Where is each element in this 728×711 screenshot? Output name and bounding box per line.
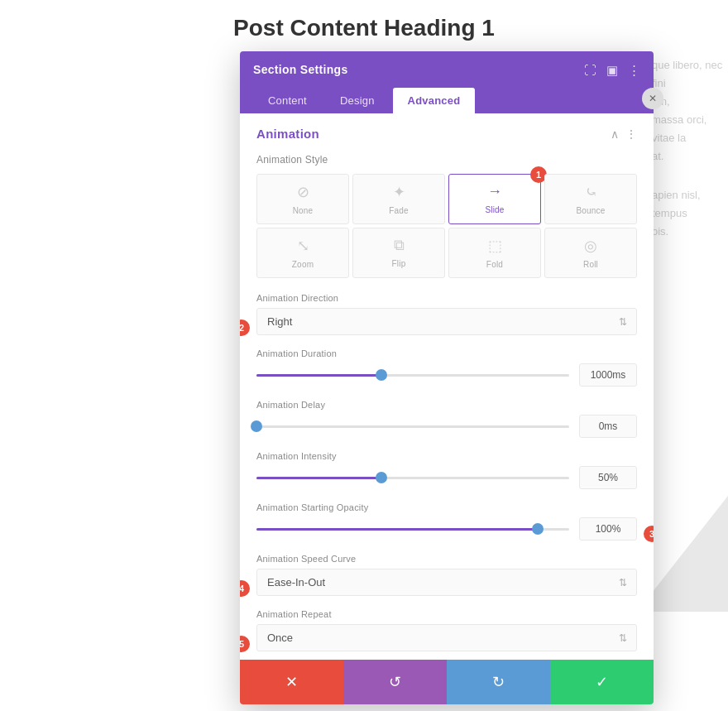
modal-header: Section Settings ⛶ ▣ ⋮ [240, 51, 654, 88]
bg-text-line: massa orci, vitae la [652, 111, 728, 147]
animation-section-title: Animation [256, 127, 319, 141]
animation-style-row: Animation Style ⊘ None ✦ Fade 1 → Slide … [256, 154, 637, 278]
modal-close-button[interactable]: ✕ [642, 88, 663, 109]
opacity-slider-wrap [256, 528, 569, 531]
delay-slider-thumb[interactable] [251, 420, 262, 432]
bounce-icon: ⤿ [585, 183, 597, 201]
anim-style-roll-label: Roll [583, 260, 598, 269]
opacity-slider-track[interactable] [256, 528, 569, 531]
modal-tabs: Content Design Advanced [240, 88, 654, 113]
section-more-button[interactable]: ⋮ [625, 127, 637, 141]
direction-badge: 2 [240, 319, 250, 336]
fullscreen-icon[interactable]: ⛶ [584, 64, 596, 76]
anim-style-bounce-label: Bounce [576, 206, 605, 215]
animation-speed-curve-label: Animation Speed Curve [256, 554, 637, 564]
modal-body: Animation ∧ ⋮ Animation Style ⊘ None ✦ F… [240, 113, 654, 660]
animation-opacity-label: Animation Starting Opacity [256, 502, 637, 512]
bg-text-mid: apien nisl, tempus ois. [645, 186, 728, 241]
bg-text-line: que libero, nec fini [652, 56, 728, 93]
tab-advanced[interactable]: Advanced [393, 88, 476, 113]
intensity-slider-track[interactable] [256, 477, 569, 479]
section-collapse-button[interactable]: ∧ [611, 127, 619, 141]
duration-slider-row: 1000ms [256, 363, 637, 387]
speed-curve-badge: 4 [240, 580, 250, 597]
anim-style-flip[interactable]: ⧉ Flip [352, 228, 445, 278]
fold-icon: ⬚ [488, 237, 502, 255]
repeat-select-wrap: Once Loop Infinity ⇅ [256, 624, 637, 651]
tab-content[interactable]: Content [253, 88, 322, 113]
opacity-slider-thumb[interactable] [532, 523, 544, 535]
anim-style-slide[interactable]: 1 → Slide [448, 174, 541, 224]
section-header-actions: ∧ ⋮ [611, 127, 637, 141]
anim-style-bounce[interactable]: ⤿ Bounce [544, 174, 637, 224]
speed-curve-select-wrap: Linear Ease Ease-In Ease-Out Ease-In-Out… [256, 569, 637, 596]
delay-value[interactable]: 0ms [579, 415, 637, 438]
animation-repeat-label: Animation Repeat [256, 609, 637, 619]
split-view-icon[interactable]: ▣ [606, 64, 618, 76]
none-icon: ⊘ [297, 183, 309, 201]
delay-slider-row: 0ms [256, 415, 637, 438]
bg-text-line: apien nisl, tempus [652, 186, 728, 223]
cancel-icon: ✕ [285, 673, 298, 691]
anim-style-zoom[interactable]: ⤡ Zoom [256, 228, 349, 278]
anim-style-fold[interactable]: ⬚ Fold [448, 228, 541, 278]
animation-intensity-row: Animation Intensity 50% [256, 451, 637, 489]
bg-text-line: ois. [652, 223, 728, 241]
animation-section-header: Animation ∧ ⋮ [256, 127, 637, 141]
anim-style-none[interactable]: ⊘ None [256, 174, 349, 224]
intensity-slider-fill [256, 477, 381, 479]
animation-style-grid: ⊘ None ✦ Fade 1 → Slide ⤿ Bounce ⤡ [256, 174, 637, 278]
bg-text-line: am, [652, 93, 728, 111]
animation-direction-label: Animation Direction [256, 293, 637, 303]
anim-style-fade-label: Fade [389, 206, 409, 215]
repeat-badge: 5 [240, 636, 250, 652]
section-settings-modal: Section Settings ⛶ ▣ ⋮ Content Design Ad… [240, 51, 654, 704]
modal-title: Section Settings [253, 63, 347, 76]
anim-style-zoom-label: Zoom [292, 260, 314, 269]
anim-style-roll[interactable]: ◎ Roll [544, 228, 637, 278]
duration-value[interactable]: 1000ms [579, 363, 637, 387]
page-title: Post Content Heading 1 [233, 15, 495, 41]
anim-style-fade[interactable]: ✦ Fade [352, 174, 445, 224]
modal-header-icons: ⛶ ▣ ⋮ [584, 64, 640, 76]
animation-direction-row: 2 Animation Direction Top Bottom Left Ri… [256, 293, 637, 335]
bg-text-line: at. [652, 147, 728, 166]
animation-repeat-select[interactable]: Once Loop Infinity [256, 624, 637, 651]
intensity-slider-thumb[interactable] [376, 472, 387, 483]
slide-icon: → [487, 183, 502, 200]
animation-opacity-row: Animation Starting Opacity 100% 3 [256, 502, 637, 540]
animation-style-label: Animation Style [256, 154, 637, 166]
intensity-value[interactable]: 50% [579, 466, 637, 489]
redo-button[interactable]: ↻ [447, 660, 550, 704]
more-options-icon[interactable]: ⋮ [628, 64, 640, 76]
intensity-slider-wrap [256, 477, 569, 479]
cancel-button[interactable]: ✕ [240, 660, 343, 704]
delay-slider-track[interactable] [256, 425, 569, 428]
anim-style-slide-label: Slide [485, 205, 504, 214]
anim-style-fold-label: Fold [486, 260, 503, 269]
anim-style-none-label: None [293, 206, 314, 215]
undo-button[interactable]: ↺ [343, 660, 447, 704]
zoom-icon: ⤡ [297, 237, 309, 255]
animation-duration-row: Animation Duration 1000ms [256, 348, 637, 387]
save-button[interactable]: ✓ [550, 660, 654, 704]
animation-speed-curve-row: 4 Animation Speed Curve Linear Ease Ease… [256, 554, 637, 596]
tab-design[interactable]: Design [325, 88, 390, 113]
duration-slider-thumb[interactable] [376, 369, 387, 381]
opacity-badge: 3 [644, 526, 654, 542]
fade-icon: ✦ [393, 183, 405, 201]
opacity-slider-row: 100% [256, 517, 637, 540]
roll-icon: ◎ [584, 237, 597, 255]
animation-repeat-row: 5 Animation Repeat Once Loop Infinity ⇅ [256, 609, 637, 651]
opacity-slider-fill [256, 528, 538, 531]
modal-footer: ✕ ↺ ↻ ✓ [240, 660, 654, 704]
intensity-slider-row: 50% [256, 466, 637, 489]
animation-delay-label: Animation Delay [256, 400, 637, 410]
undo-icon: ↺ [389, 673, 401, 691]
opacity-value[interactable]: 100% [579, 517, 637, 540]
bg-text-top: que libero, nec fini am, massa orci, vit… [645, 56, 728, 166]
duration-slider-track[interactable] [256, 374, 569, 377]
animation-direction-select[interactable]: Top Bottom Left Right Center [256, 308, 637, 335]
animation-speed-curve-select[interactable]: Linear Ease Ease-In Ease-Out Ease-In-Out [256, 569, 637, 596]
animation-delay-row: Animation Delay 0ms [256, 400, 637, 438]
